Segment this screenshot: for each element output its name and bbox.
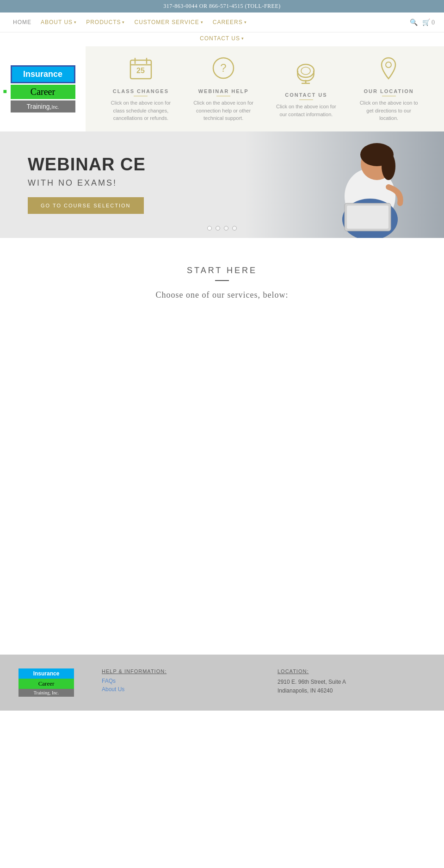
info-class-changes[interactable]: 25 CLASS CHANGES Click on the above icon… [108,56,173,122]
footer-location-col: LOCATION: 2910 E. 96th Street, Suite A I… [278,668,426,695]
hero-title: WEBINAR CE [28,155,146,175]
svg-point-8 [301,67,310,75]
svg-rect-18 [347,206,388,229]
hero-banner: WEBINAR CE WITH NO EXAMS! GO TO COURSE S… [0,131,444,238]
svg-text:?: ? [220,62,226,74]
phone-primary[interactable]: 317-863-0044 [163,3,197,9]
footer-logo-career: Career [18,679,74,689]
contact-us-divider [299,100,313,100]
info-our-location[interactable]: OUR LOCATION Click on the above icon to … [357,56,421,122]
dot-1[interactable] [207,226,212,231]
start-here-title: START HERE [9,266,435,275]
info-icons: 25 CLASS CHANGES Click on the above icon… [86,46,444,131]
location-icon [357,56,421,85]
our-location-divider [382,96,396,96]
svg-point-7 [297,64,314,77]
calendar-icon: 25 [108,56,173,85]
footer-help-title: HELP & INFORMATION: [102,668,250,674]
class-changes-title: CLASS CHANGES [108,88,173,94]
contact-us-desc: Click on the above icon for our contact … [274,103,339,118]
phone-icon [274,59,339,88]
footer: Insurance Career Training, Inc. HELP & I… [0,655,444,711]
footer-logo: Insurance Career Training, Inc. [18,668,74,697]
second-nav: CONTACT US [0,32,444,46]
footer-address-line2: Indianapolis, IN 46240 [278,687,426,695]
logo-training: Training,Inc. [11,100,75,112]
top-bar: 317-863-0044 OR 866-571-4515 (TOLL-FREE) [0,0,444,12]
start-here-divider [215,280,229,281]
nav-customer-service[interactable]: CUSTOMER SERVICE [130,17,207,27]
hero-cta-button[interactable]: GO TO COURSE SELECTION [28,197,144,214]
hero-subtitle: WITH NO EXAMS! [28,178,146,188]
footer-faq-link[interactable]: FAQs [102,678,250,684]
hero-dots [207,226,237,231]
logo-area: Insurance Career Training,Inc. [0,46,86,131]
hero-image [268,131,444,238]
nav-contact-us[interactable]: CONTACT US [200,35,244,42]
our-location-title: OUR LOCATION [357,88,421,94]
logo-career: Career [11,85,75,99]
search-icon[interactable]: 🔍 [410,19,418,26]
cart-icon[interactable]: 🛒 0 [422,19,435,26]
class-changes-divider [134,96,148,96]
dot-2[interactable] [216,226,220,231]
logo-insurance: Insurance [11,65,75,83]
info-contact-us[interactable]: CONTACT US Click on the above icon for o… [274,59,339,118]
main-nav: HOME ABOUT US PRODUCTS CUSTOMER SERVICE … [0,12,444,32]
footer-logo-insurance: Insurance [18,668,74,679]
footer-help-col: HELP & INFORMATION: FAQs About Us [102,668,250,694]
footer-logo-training: Training, Inc. [18,689,74,697]
svg-point-16 [382,152,395,180]
phone-tollfree[interactable]: 866-571-4515 [209,3,243,9]
footer-location-title: LOCATION: [278,668,426,674]
class-changes-desc: Click on the above icon for class schedu… [108,99,173,122]
question-icon: ? [191,56,256,85]
svg-text:25: 25 [136,67,145,75]
our-location-desc: Click on the above icon to get direction… [357,99,421,122]
dot-3[interactable] [224,226,228,231]
header-area: Insurance Career Training,Inc. 25 CLASS … [0,46,444,131]
or-label: OR [199,3,208,9]
webinar-help-desc: Click on the above icon for connection h… [191,99,256,122]
hero-content: WEBINAR CE WITH NO EXAMS! GO TO COURSE S… [0,155,173,214]
dot-4[interactable] [232,226,237,231]
nav-home[interactable]: HOME [9,17,35,27]
contact-us-title: CONTACT US [274,92,339,98]
main-content: START HERE Choose one of our services, b… [0,238,444,655]
nav-icons: 🔍 🛒 0 [410,19,435,26]
toll-free-label: (TOLL-FREE) [245,3,280,9]
footer-about-link[interactable]: About Us [102,686,250,693]
webinar-help-divider [216,96,230,96]
logo-box[interactable]: Insurance Career Training,Inc. [11,65,75,112]
info-webinar-help[interactable]: ? WEBINAR HELP Click on the above icon f… [191,56,256,122]
footer-address-line1: 2910 E. 96th Street, Suite A [278,678,426,687]
cart-count: 0 [432,19,435,26]
webinar-help-title: WEBINAR HELP [191,88,256,94]
svg-point-11 [386,62,391,68]
nav-about-us[interactable]: ABOUT US [37,17,80,27]
nav-products[interactable]: PRODUCTS [82,17,129,27]
nav-careers[interactable]: CAREERS [209,17,251,27]
hero-illustration [278,131,435,238]
start-here-subtitle: Choose one of our services, below: [9,290,435,300]
